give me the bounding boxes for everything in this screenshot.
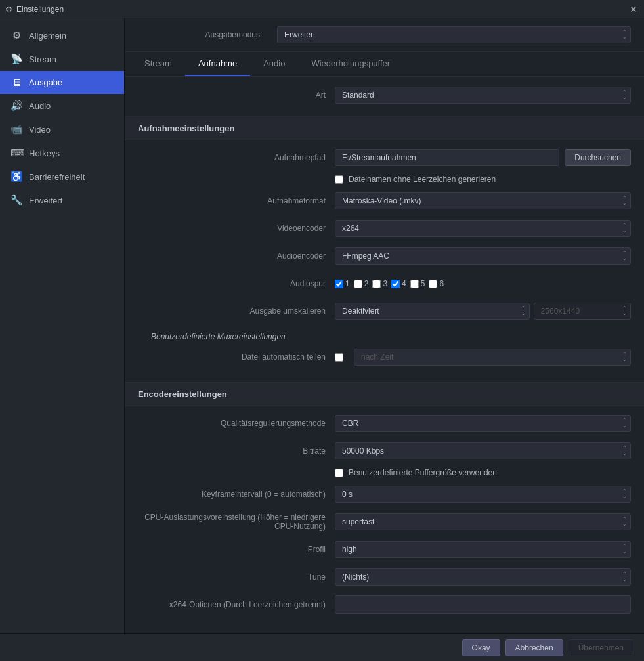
tab-aufnahme[interactable]: Aufnahme — [185, 52, 250, 76]
track-3[interactable]: 3 — [372, 279, 387, 288]
app-body: ⚙ Allgemein 📡 Stream 🖥 Ausgabe 🔊 Audio 📹… — [0, 18, 644, 633]
track-checkbox-6[interactable] — [429, 280, 437, 288]
qualitaet-select[interactable]: CBR — [335, 415, 631, 432]
okay-button[interactable]: Okay — [462, 639, 500, 656]
track-checkbox-4[interactable] — [391, 280, 400, 288]
settings-icon: ⚙ — [5, 5, 12, 14]
videoencoder-select[interactable]: x264 — [335, 220, 631, 237]
x264-options-input[interactable] — [335, 595, 631, 614]
bitrate-select-wrap: 50000 Kbps — [335, 442, 631, 459]
cpu-select-wrap: superfast — [335, 513, 631, 530]
cpu-control: superfast — [335, 513, 631, 530]
output-mode-label: Ausgabemodus — [138, 30, 269, 39]
datei-teilen-select[interactable]: nach Zeit — [354, 349, 631, 366]
uebernehmen-button[interactable]: Übernehmen — [569, 639, 633, 656]
track-6[interactable]: 6 — [429, 279, 444, 288]
resolution-select-wrap: 2560x1440 — [534, 303, 631, 320]
sidebar-item-barrierefreiheit[interactable]: ♿ Barrierefreiheit — [0, 165, 124, 188]
track-5[interactable]: 5 — [410, 279, 425, 288]
track-checkbox-5[interactable] — [410, 280, 419, 288]
bottom-bar: Okay Abbrechen Übernehmen — [0, 633, 644, 661]
profil-label: Profil — [138, 545, 335, 554]
sidebar-label-erweitert: Erweitert — [29, 196, 62, 205]
profil-row: Profil high — [138, 539, 631, 560]
titlebar-left: ⚙ Einstellungen — [5, 5, 64, 14]
sidebar-item-hotkeys[interactable]: ⌨ Hotkeys — [0, 141, 124, 165]
titlebar: ⚙ Einstellungen ✕ — [0, 0, 644, 18]
bitrate-control: 50000 Kbps — [335, 442, 631, 459]
titlebar-title: Einstellungen — [16, 5, 64, 14]
pfad-input[interactable] — [335, 149, 559, 166]
art-select-wrap: Standard — [335, 87, 631, 104]
abbrechen-button[interactable]: Abbrechen — [505, 639, 563, 656]
sidebar-item-erweitert[interactable]: 🔧 Erweitert — [0, 188, 124, 212]
umskalieren-split: Deaktiviert 2560x1440 — [335, 303, 631, 320]
bitrate-select[interactable]: 50000 Kbps — [335, 442, 631, 459]
umskalieren-control: Deaktiviert 2560x1440 — [335, 303, 631, 320]
tab-audio[interactable]: Audio — [250, 52, 298, 76]
sidebar-item-ausgabe[interactable]: 🖥 Ausgabe — [0, 71, 124, 94]
datei-teilen-row: Datei automatisch teilen nach Zeit — [138, 347, 631, 368]
sidebar-item-video[interactable]: 📹 Video — [0, 117, 124, 141]
tune-select[interactable]: (Nichts) — [335, 568, 631, 586]
datei-teilen-control: nach Zeit — [335, 349, 631, 366]
sidebar-label-hotkeys: Hotkeys — [29, 148, 60, 158]
puffer-checkbox[interactable] — [335, 469, 343, 477]
audiospur-control: 1 2 3 4 — [335, 279, 631, 288]
track-2[interactable]: 2 — [354, 279, 369, 288]
format-select[interactable]: Matroska-Video (.mkv) — [335, 192, 631, 209]
umskalieren-select[interactable]: Deaktiviert — [335, 303, 530, 320]
audio-track-group: 1 2 3 4 — [335, 279, 444, 288]
profil-select[interactable]: high — [335, 541, 631, 558]
pfad-label: Aufnahmepfad — [138, 153, 335, 162]
umskalieren-label: Ausgabe umskalieren — [138, 307, 335, 316]
sidebar: ⚙ Allgemein 📡 Stream 🖥 Ausgabe 🔊 Audio 📹… — [0, 18, 125, 633]
x264-options-control — [335, 595, 631, 614]
sidebar-item-audio[interactable]: 🔊 Audio — [0, 94, 124, 117]
track-1[interactable]: 1 — [335, 279, 350, 288]
tab-stream[interactable]: Stream — [131, 52, 185, 76]
resolution-select[interactable]: 2560x1440 — [534, 303, 631, 320]
sidebar-item-allgemein[interactable]: ⚙ Allgemein — [0, 24, 124, 47]
videoencoder-row: Videoencoder x264 — [138, 218, 631, 239]
stream-icon: 📡 — [11, 53, 22, 65]
cpu-select[interactable]: superfast — [335, 513, 631, 530]
track-checkbox-1[interactable] — [335, 280, 343, 288]
art-control: Standard — [335, 87, 631, 104]
art-section: Art Standard — [125, 77, 644, 115]
dateiname-checkbox[interactable] — [335, 175, 343, 184]
bitrate-label: Bitrate — [138, 446, 335, 456]
tab-wiederholungspuffer[interactable]: Wiederholungspuffer — [298, 52, 403, 76]
videoencoder-select-wrap: x264 — [335, 220, 631, 237]
sidebar-item-stream[interactable]: 📡 Stream — [0, 47, 124, 71]
umskalieren-select-wrap: Deaktiviert — [335, 303, 530, 320]
datei-teilen-label: Datei automatisch teilen — [138, 352, 335, 362]
tune-row: Tune (Nichts) — [138, 566, 631, 587]
qualitaet-row: Qualitätsregulierungsmethode CBR — [138, 413, 631, 434]
track-checkbox-2[interactable] — [354, 280, 362, 288]
audioencoder-select[interactable]: FFmpeg AAC — [335, 247, 631, 265]
sidebar-label-stream: Stream — [29, 54, 56, 64]
qualitaet-control: CBR — [335, 415, 631, 432]
output-mode-select[interactable]: Erweitert — [277, 26, 631, 43]
ausgabe-icon: 🖥 — [11, 77, 22, 88]
tune-label: Tune — [138, 572, 335, 582]
puffer-row: Benutzerdefinierte Puffergröße verwenden — [138, 468, 631, 477]
keyframe-select[interactable]: 0 s — [335, 486, 631, 503]
browse-button[interactable]: Durchsuchen — [565, 149, 631, 166]
datei-teilen-checkbox[interactable] — [335, 353, 343, 362]
track-checkbox-3[interactable] — [372, 280, 381, 288]
x264-options-label: x264-Optionen (Durch Leerzeichen getrenn… — [138, 600, 335, 609]
videoencoder-control: x264 — [335, 220, 631, 237]
encodereinstellungen-header: Encodereinstellungen — [125, 382, 644, 406]
track-4[interactable]: 4 — [391, 279, 406, 288]
sidebar-label-video: Video — [29, 125, 51, 135]
close-button[interactable]: ✕ — [628, 4, 639, 14]
audioencoder-row: Audioencoder FFmpeg AAC — [138, 245, 631, 267]
sidebar-label-allgemein: Allgemein — [29, 31, 66, 41]
aufnahme-form: Aufnahmepfad Durchsuchen Dateinamen ohne… — [125, 140, 644, 381]
format-select-wrap: Matroska-Video (.mkv) — [335, 192, 631, 209]
audiospur-label: Audiospur — [138, 279, 335, 288]
bitrate-row: Bitrate 50000 Kbps — [138, 440, 631, 461]
art-select[interactable]: Standard — [335, 87, 631, 104]
